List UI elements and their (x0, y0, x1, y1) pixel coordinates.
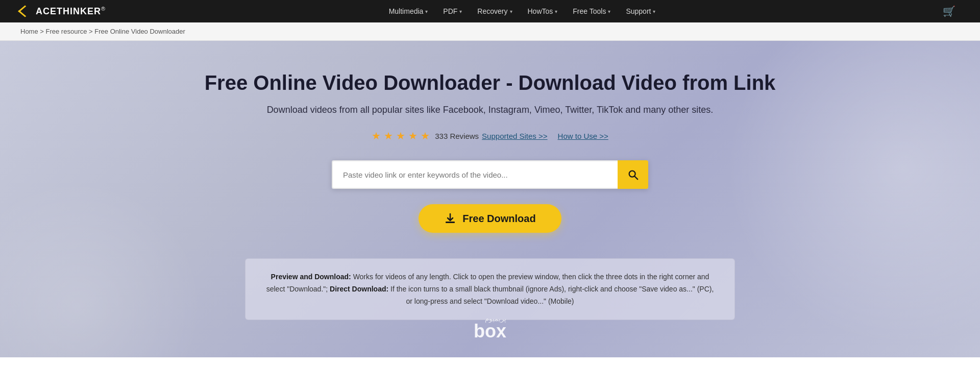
breadcrumb-home[interactable]: Home (20, 28, 38, 35)
info-box: Preview and Download: Works for videos o… (245, 258, 735, 320)
search-container (332, 160, 648, 189)
star-5: ★ (421, 130, 430, 142)
breadcrumb-current: Free Online Video Downloader (94, 28, 185, 35)
breadcrumb-free-resource[interactable]: Free resource (46, 28, 87, 35)
info-preview-label: Preview and Download: (271, 273, 351, 281)
watermark: پریمیوم box (474, 315, 506, 342)
info-direct-text: If the icon turns to a small black thumb… (390, 285, 714, 305)
nav-pdf[interactable]: PDF ▾ (437, 4, 468, 18)
brand-name: ACETHINKER® (36, 6, 106, 17)
download-button-label: Free Download (462, 213, 535, 225)
chevron-down-icon: ▾ (555, 9, 557, 14)
star-4: ★ (408, 130, 418, 142)
star-2: ★ (384, 130, 393, 142)
hero-subtitle: Download videos from all popular sites l… (267, 105, 714, 115)
nav-howtos[interactable]: HowTos ▾ (522, 4, 564, 18)
breadcrumb: Home > Free resource > Free Online Video… (0, 22, 980, 41)
nav-free-tools[interactable]: Free Tools ▾ (567, 4, 617, 18)
search-icon (627, 169, 639, 180)
watermark-main: box (474, 321, 506, 342)
chevron-down-icon: ▾ (510, 9, 512, 14)
chevron-down-icon: ▾ (425, 9, 428, 14)
review-count: 333 Reviews (435, 132, 479, 140)
nav-menu: Multimedia ▾ PDF ▾ Recovery ▾ HowTos ▾ F… (383, 4, 662, 18)
info-direct-label: Direct Download: (330, 285, 388, 293)
download-icon (444, 212, 456, 225)
reviews-row: ★ ★ ★ ★ ★ 333 Reviews Supported Sites >>… (372, 130, 608, 142)
nav-multimedia[interactable]: Multimedia ▾ (383, 4, 434, 18)
search-button[interactable] (618, 160, 648, 189)
navbar: ACETHINKER® Multimedia ▾ PDF ▾ Recovery … (0, 0, 980, 22)
review-links: Supported Sites >> How to Use >> (482, 132, 608, 140)
breadcrumb-separator2: > (89, 28, 94, 35)
chevron-down-icon: ▾ (459, 9, 462, 14)
svg-line-1 (634, 176, 638, 179)
supported-sites-link[interactable]: Supported Sites >> (482, 132, 547, 140)
cart-icon[interactable]: 🛒 (939, 3, 960, 19)
search-input[interactable] (332, 160, 618, 189)
star-1: ★ (372, 130, 381, 142)
brand-logo[interactable]: ACETHINKER® (20, 6, 106, 17)
chevron-down-icon: ▾ (608, 9, 610, 14)
nav-recovery[interactable]: Recovery ▾ (471, 4, 518, 18)
chevron-down-icon: ▾ (653, 9, 655, 14)
logo-icon (18, 5, 32, 17)
nav-support[interactable]: Support ▾ (620, 4, 662, 18)
hero-section: Free Online Video Downloader - Download … (0, 41, 980, 357)
star-3: ★ (396, 130, 405, 142)
breadcrumb-separator: > (40, 28, 45, 35)
hero-title: Free Online Video Downloader - Download … (205, 71, 776, 94)
svg-rect-2 (446, 222, 455, 223)
free-download-button[interactable]: Free Download (419, 204, 561, 233)
how-to-use-link[interactable]: How to Use >> (558, 132, 608, 140)
